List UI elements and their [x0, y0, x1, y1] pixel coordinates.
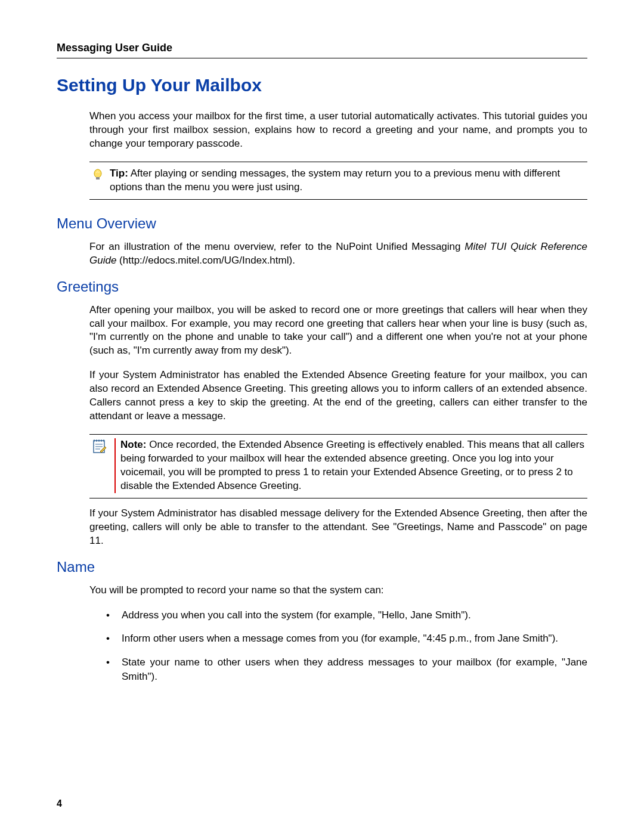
note-label: Note:	[120, 439, 146, 450]
greetings-p1: After opening your mailbox, you will be …	[89, 304, 587, 358]
page-number: 4	[57, 798, 62, 809]
svg-rect-1	[96, 177, 100, 179]
lightbulb-icon	[92, 167, 104, 194]
greetings-p3: If your System Administrator has disable…	[89, 507, 587, 548]
menu-overview-body: For an illustration of the menu overview…	[89, 240, 587, 268]
greetings-body: After opening your mailbox, you will be …	[89, 304, 587, 548]
tip-text: Tip: After playing or sending messages, …	[110, 167, 585, 194]
section-heading-menu-overview: Menu Overview	[57, 215, 587, 232]
name-intro: You will be prompted to record your name…	[89, 584, 587, 597]
tip-callout: Tip: After playing or sending messages, …	[89, 162, 587, 200]
note-body: Note: Once recorded, the Extended Absenc…	[114, 438, 585, 493]
page-title: Setting Up Your Mailbox	[57, 75, 587, 95]
running-head: Messaging User Guide	[57, 42, 587, 54]
header-rule	[57, 58, 587, 58]
section-heading-name: Name	[57, 559, 587, 575]
intro-block: When you access your mailbox for the fir…	[89, 110, 587, 200]
name-bullet-list: Address you when you call into the syste…	[106, 608, 587, 684]
list-item: Inform other users when a message comes …	[106, 631, 587, 646]
note-callout: Note: Once recorded, the Extended Absenc…	[89, 434, 587, 498]
mo-prefix: For an illustration of the menu overview…	[89, 241, 465, 252]
tip-body: After playing or sending messages, the s…	[110, 168, 560, 193]
note-icon	[92, 438, 107, 493]
mo-suffix: (http://edocs.mitel.com/UG/Index.html).	[116, 255, 295, 266]
list-item: State your name to other users when they…	[106, 655, 587, 684]
name-body: You will be prompted to record your name…	[89, 584, 587, 684]
tip-label: Tip:	[110, 168, 128, 179]
menu-overview-paragraph: For an illustration of the menu overview…	[89, 240, 587, 268]
note-text-body: Once recorded, the Extended Absence Gree…	[120, 439, 584, 491]
intro-paragraph: When you access your mailbox for the fir…	[89, 110, 587, 151]
document-page: Messaging User Guide Setting Up Your Mai…	[0, 0, 644, 833]
list-item: Address you when you call into the syste…	[106, 608, 587, 623]
greetings-p2: If your System Administrator has enabled…	[89, 368, 587, 423]
section-heading-greetings: Greetings	[57, 278, 587, 295]
